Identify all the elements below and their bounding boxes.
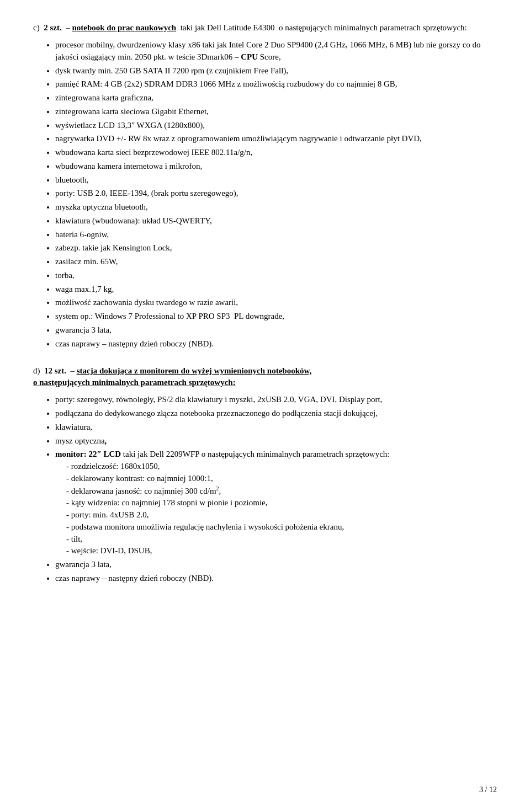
list-item: procesor mobilny, dwurdzeniowy klasy x86… [55, 39, 497, 63]
list-item: wbudowana kamera internetowa i mikrofon, [55, 161, 497, 173]
section-c-title2: taki jak Dell Latitude E4300 [181, 23, 275, 32]
monitor-specs: - rozdzielczość: 1680x1050, - deklarowan… [55, 461, 497, 557]
section-c-title1: notebook do prac naukowych [72, 23, 176, 32]
list-item: nagrywarka DVD +/- RW 8x wraz z oprogram… [55, 133, 497, 145]
page-number: 3 / 12 [479, 784, 497, 795]
section-d: d) 12 szt. – stacja dokująca z monitorem… [33, 365, 497, 584]
list-item: czas naprawy – następny dzień roboczy (N… [55, 573, 497, 585]
list-item: myszka optyczna bluetooth, [55, 201, 497, 213]
list-item: klawiatura (wbudowana): układ US-QWERTY, [55, 215, 497, 227]
list-item: zintegrowana karta graficzna, [55, 92, 497, 104]
list-item: porty: szeregowy, równoległy, PS/2 dla k… [55, 394, 497, 406]
list-item: monitor: 22″ LCD taki jak Dell 2209WFP o… [55, 448, 497, 557]
section-c-list: procesor mobilny, dwurdzeniowy klasy x86… [33, 39, 497, 350]
section-c-number: 2 szt. [44, 23, 62, 32]
list-item: zintegrowana karta sieciowa Gigabit Ethe… [55, 106, 497, 118]
list-item: wyświetlacz LCD 13,3″ WXGA (1280x800), [55, 120, 497, 132]
list-item: zabezp. takie jak Kensington Lock, [55, 242, 497, 254]
page-content: c) 2 szt. – notebook do prac naukowych t… [33, 22, 497, 585]
section-d-number: 12 szt. [44, 366, 66, 375]
section-c: c) 2 szt. – notebook do prac naukowych t… [33, 22, 497, 350]
list-item: klawiatura, [55, 421, 497, 434]
section-d-letter: d) [33, 366, 40, 375]
section-c-letter: c) [33, 23, 40, 32]
section-c-suffix: o następujących minimalnych parametrach … [279, 23, 467, 32]
list-item: gwarancja 3 lata, [55, 324, 497, 336]
section-d-list: porty: szeregowy, równoległy, PS/2 dla k… [33, 394, 497, 584]
section-d-header: d) 12 szt. – stacja dokująca z monitorem… [33, 365, 497, 388]
list-item: wbudowana karta sieci bezprzewodowej IEE… [55, 147, 497, 159]
list-item: bluetooth, [55, 174, 497, 186]
list-item: waga max.1,7 kg, [55, 284, 497, 296]
list-item: dysk twardy min. 250 GB SATA II 7200 rpm… [55, 65, 497, 77]
section-c-header: c) 2 szt. – notebook do prac naukowych t… [33, 22, 497, 34]
list-item: zasilacz min. 65W, [55, 256, 497, 268]
section-d-title2: o następujących minimalnych parametrach … [33, 378, 236, 387]
list-item: torba, [55, 270, 497, 282]
list-item: mysz optyczna, [55, 435, 497, 447]
list-item: system op.: Windows 7 Professional to XP… [55, 311, 497, 323]
list-item: gwarancja 3 lata, [55, 559, 497, 571]
list-item: podłączana do dedykowanego złącza notebo… [55, 408, 497, 420]
list-item: pamięć RAM: 4 GB (2x2) SDRAM DDR3 1066 M… [55, 78, 497, 90]
list-item: bateria 6-ogniw, [55, 229, 497, 241]
list-item: porty: USB 2.0, IEEE-1394, (brak portu s… [55, 188, 497, 200]
list-item: możliwość zachowania dysku twardego w ra… [55, 297, 497, 309]
list-item: czas naprawy – następny dzień roboczy (N… [55, 338, 497, 350]
section-d-title1: stacja dokująca z monitorem do wyżej wym… [77, 366, 312, 375]
